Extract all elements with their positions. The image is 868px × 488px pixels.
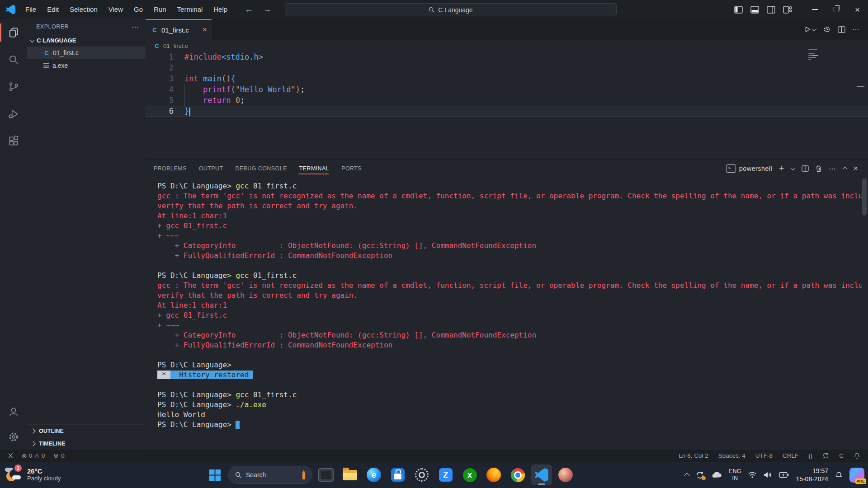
panel-tab-debug-console[interactable]: DEBUG CONSOLE	[235, 160, 287, 178]
command-center-search[interactable]: C Language	[285, 3, 617, 16]
volume-icon[interactable]	[764, 471, 772, 479]
toggle-primary-sidebar-icon[interactable]	[734, 6, 743, 14]
taskbar-app-monitor-icon[interactable]	[316, 465, 336, 485]
show-hidden-icons-chevron[interactable]	[684, 473, 690, 479]
editor-settings-icon[interactable]	[823, 25, 831, 33]
panel-tab-output[interactable]: OUTPUT	[199, 160, 223, 178]
customize-layout-icon[interactable]	[783, 6, 792, 14]
taskbar-app-zoom-icon[interactable]: Z	[435, 465, 456, 485]
taskbar-app-edge-icon[interactable]: e	[363, 465, 384, 485]
search-sidebar-icon[interactable]	[0, 46, 27, 73]
restore-button[interactable]	[826, 0, 847, 19]
menu-view[interactable]: View	[103, 0, 128, 19]
explorer-more-actions-icon[interactable]: ⋯	[132, 23, 139, 31]
close-tab-icon[interactable]: ×	[203, 25, 207, 34]
split-terminal-icon[interactable]	[802, 165, 809, 172]
cursor-position[interactable]: Ln 6, Col 2	[675, 452, 711, 459]
braces-indicator[interactable]: {}	[805, 452, 816, 459]
wifi-icon[interactable]	[748, 471, 757, 479]
panel-tab-ports[interactable]: PORTS	[341, 160, 362, 178]
explorer-icon[interactable]	[0, 19, 27, 46]
terminal-output[interactable]: PS D:\C Language> gcc 01_first.cgcc : Th…	[146, 178, 862, 450]
menu-terminal[interactable]: Terminal	[172, 0, 208, 19]
menu-run[interactable]: Run	[148, 0, 172, 19]
clock[interactable]: 19:57 15-08-2024	[796, 467, 828, 483]
copilot-icon[interactable]: PRE	[849, 468, 864, 483]
encoding[interactable]: UTF-8	[752, 452, 776, 459]
taskbar-app-vscode-icon[interactable]	[531, 465, 552, 485]
terminal-dropdown-icon[interactable]	[790, 165, 795, 170]
code-line-3[interactable]: 3int main(){	[146, 73, 868, 84]
kill-terminal-icon[interactable]	[816, 165, 822, 172]
scrollbar-decoration[interactable]	[857, 86, 864, 87]
minimize-button[interactable]	[804, 0, 826, 19]
problems-indicator[interactable]: ⊗ 0 ⚠ 0	[19, 452, 48, 460]
notification-bell-icon[interactable]	[835, 471, 843, 479]
panel-tab-terminal[interactable]: TERMINAL	[299, 160, 329, 178]
battery-icon[interactable]	[779, 472, 789, 478]
taskbar-app-file-explorer-icon[interactable]	[340, 465, 360, 485]
taskbar-app-firefox-icon[interactable]	[483, 465, 504, 485]
menu-go[interactable]: Go	[128, 0, 148, 19]
toggle-secondary-sidebar-icon[interactable]	[767, 6, 775, 14]
source-control-icon[interactable]	[0, 73, 27, 100]
file-01_first.c[interactable]: C01_first.c	[27, 47, 146, 59]
terminal-scrollbar[interactable]	[862, 178, 867, 216]
sync-tray-icon[interactable]	[696, 471, 704, 479]
extensions-icon[interactable]	[0, 127, 27, 155]
terminal-line: verify that the path is correct and try …	[157, 291, 862, 300]
onedrive-icon[interactable]	[711, 471, 722, 479]
terminal-profile[interactable]: >_ powershell	[726, 164, 772, 173]
menu-help[interactable]: Help	[208, 0, 233, 19]
code-line-1[interactable]: 1#include<stdio.h>	[146, 52, 868, 62]
taskbar-app-store-icon[interactable]	[387, 465, 408, 485]
taskbar-app-edge-dev-icon[interactable]	[555, 465, 576, 485]
panel-more-actions-icon[interactable]: ⋯	[829, 164, 836, 173]
accounts-icon[interactable]	[0, 399, 27, 424]
notifications-bell-icon[interactable]	[850, 452, 863, 459]
close-panel-icon[interactable]: ×	[854, 164, 858, 173]
code-editor[interactable]: 1#include<stdio.h>23int main(){4 printf(…	[146, 52, 868, 117]
ports-indicator[interactable]: 0	[50, 452, 68, 459]
panel-tab-problems[interactable]: PROBLEMS	[154, 160, 187, 178]
minimap[interactable]	[808, 49, 821, 60]
taskbar-search[interactable]: Search	[228, 466, 312, 484]
run-and-debug-icon[interactable]	[0, 100, 27, 127]
code-line-5[interactable]: 5 return 0;	[146, 95, 868, 106]
close-button[interactable]: ×	[847, 0, 868, 19]
settings-gear-icon[interactable]	[0, 424, 27, 450]
language-indicator[interactable]: ENG IN	[729, 468, 741, 482]
menu-file[interactable]: File	[20, 0, 42, 19]
new-terminal-icon[interactable]: +	[779, 164, 784, 174]
sync-icon[interactable]	[819, 452, 832, 459]
weather-widget[interactable]: 1 26°C Partly cloudy	[5, 465, 61, 483]
taskbar-app-chrome-icon[interactable]	[507, 465, 528, 485]
taskbar-app-xbox-icon[interactable]: x	[459, 465, 480, 485]
tab-01-first-c[interactable]: C 01_first.c ×	[146, 19, 212, 40]
maximize-panel-icon[interactable]	[842, 167, 847, 172]
run-code-button[interactable]	[804, 26, 816, 33]
section-timeline[interactable]: TIMELINE	[27, 437, 146, 450]
start-button[interactable]	[204, 465, 225, 485]
code-line-2[interactable]: 2	[146, 62, 868, 73]
language-mode[interactable]: C	[836, 452, 847, 459]
file-a.exe[interactable]: a.exe	[27, 59, 146, 72]
terminal-line: PS D:\C Language>	[157, 420, 862, 430]
code-line-6[interactable]: 6}	[146, 106, 868, 117]
folder-c-language[interactable]: C LANGUAGE	[27, 34, 146, 47]
back-arrow-icon[interactable]: ←	[245, 5, 253, 14]
eol-sequence[interactable]: CRLF	[779, 452, 802, 459]
indentation[interactable]: Spaces: 4	[715, 452, 749, 459]
section-outline[interactable]: OUTLINE	[27, 424, 146, 437]
split-editor-icon[interactable]	[838, 26, 845, 33]
breadcrumb[interactable]: C 01_first.c	[146, 40, 868, 52]
menu-edit[interactable]: Edit	[42, 0, 64, 19]
taskbar-app-settings-icon[interactable]	[411, 465, 432, 485]
forward-arrow-icon[interactable]: →	[263, 5, 272, 14]
remote-indicator-icon[interactable]	[4, 452, 17, 459]
editor-more-actions-icon[interactable]: ⋯	[852, 25, 860, 34]
code-line-4[interactable]: 4 printf("Hello World");	[146, 84, 868, 95]
menu-selection[interactable]: Selection	[64, 0, 103, 19]
run-dropdown-icon[interactable]	[811, 26, 816, 31]
toggle-panel-icon[interactable]	[750, 6, 759, 14]
